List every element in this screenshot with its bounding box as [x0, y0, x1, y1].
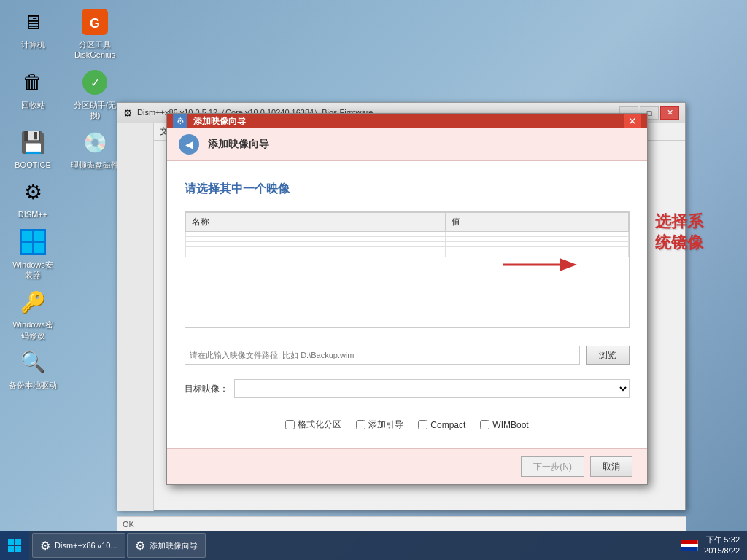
wimboot-label: WIMBoot — [492, 420, 528, 430]
main-sidebar — [117, 123, 154, 511]
taskbar-flag — [681, 540, 698, 551]
dialog-header: ◀ 添加映像向导 — [167, 128, 647, 161]
taskbar-dism-icon: ⚙ — [40, 539, 50, 553]
recycle-label: 回收站 — [21, 100, 45, 110]
dialog-title-icon: ⚙ — [173, 114, 187, 128]
wimboot-checkbox[interactable] — [480, 420, 489, 429]
checkbox-format[interactable]: 格式化分区 — [285, 419, 341, 431]
bootice-icon: 💾 — [18, 128, 47, 157]
close-button[interactable]: ✕ — [660, 106, 679, 120]
taskbar-item-dism[interactable]: ⚙ Dism++x86 v10... — [32, 533, 125, 558]
recycle-icon: 🗑 — [18, 68, 47, 97]
table-header-value: 值 — [445, 213, 628, 232]
dialog-close-button[interactable]: ✕ — [624, 114, 641, 128]
taskbar-wizard-icon: ⚙ — [135, 539, 145, 553]
bootice-label: BOOTICE — [15, 160, 51, 170]
dialog-header-title: 添加映像向导 — [208, 138, 269, 151]
disktools-icon: 💿 — [80, 128, 109, 157]
format-label: 格式化分区 — [298, 419, 341, 431]
taskbar-clock: 下午 5:32 2015/8/22 — [704, 534, 740, 557]
desktop-icon-diskgenius[interactable]: G 分区工具DiskGenius — [69, 7, 120, 61]
dism-label: DISM++ — [18, 209, 47, 219]
desktop-icons-container: 🖥 计算机 G 分区工具DiskGenius 🗑 回收站 — [7, 7, 120, 390]
winsetup-label: Windows安装器 — [12, 260, 53, 281]
format-checkbox[interactable] — [285, 420, 295, 429]
annotation-text: 选择系统镜像 — [655, 211, 703, 253]
diskgenius-label: 分区工具DiskGenius — [74, 39, 115, 61]
annotation-arrow — [496, 254, 584, 276]
section-title: 请选择其中一个映像 — [185, 176, 630, 200]
desktop-icon-bootice[interactable]: 💾 BOOTICE — [7, 128, 58, 170]
checkbox-bootmgr[interactable]: 添加引导 — [356, 419, 403, 431]
checkboxes-row: 格式化分区 添加引导 Compact WIMBoot — [185, 416, 630, 434]
svg-text:✓: ✓ — [90, 77, 100, 89]
disktools-label: 理顿磁盘磁件 — [71, 160, 119, 170]
back-button[interactable]: ◀ — [179, 134, 199, 155]
taskbar-time-text: 下午 5:32 — [704, 534, 740, 545]
target-select[interactable] — [234, 379, 630, 398]
bootmgr-checkbox[interactable] — [356, 420, 365, 429]
desktop-icon-backup[interactable]: 🔍 备份本地驱动 — [7, 348, 58, 390]
svg-rect-8 — [34, 243, 44, 253]
compact-label: Compact — [430, 420, 465, 430]
winsetup-icon — [18, 228, 47, 257]
checkbox-wimboot[interactable]: WIMBoot — [480, 420, 528, 430]
desktop-icon-computer[interactable]: 🖥 计算机 — [7, 7, 58, 61]
desktop-icon-disktools[interactable]: 💿 理顿磁盘磁件 — [69, 128, 120, 170]
dialog-content: 请选择其中一个映像 名称 值 — [167, 161, 647, 448]
svg-rect-14 — [15, 546, 21, 552]
table-row — [186, 242, 629, 247]
desktop-icon-dism[interactable]: ⚙ DISM++ — [7, 177, 58, 219]
svg-rect-13 — [8, 546, 14, 552]
image-table: 名称 值 — [185, 212, 629, 257]
dism-icon: ⚙ — [18, 177, 47, 206]
next-button[interactable]: 下一步(N) — [521, 456, 584, 477]
computer-icon: 🖥 — [18, 7, 47, 36]
cancel-button[interactable]: 取消 — [590, 456, 632, 477]
start-button[interactable] — [0, 531, 29, 560]
taskbar-items: ⚙ Dism++x86 v10... ⚙ 添加映像向导 — [29, 533, 673, 558]
computer-label: 计算机 — [21, 39, 45, 50]
browse-button[interactable]: 浏览 — [586, 346, 630, 365]
dialog-titlebar: ⚙ 添加映像向导 ✕ — [167, 114, 647, 128]
diskgenius-icon: G — [80, 7, 109, 36]
desktop-icon-recycle[interactable]: 🗑 回收站 — [7, 68, 58, 121]
taskbar-item-wizard[interactable]: ⚙ 添加映像向导 — [127, 533, 206, 558]
desktop: 🖥 计算机 G 分区工具DiskGenius 🗑 回收站 — [0, 0, 747, 560]
table-row — [186, 237, 629, 242]
svg-rect-12 — [15, 539, 21, 545]
checkbox-compact[interactable]: Compact — [418, 420, 465, 430]
winpass-label: Windows密码修改 — [12, 319, 53, 341]
svg-rect-5 — [22, 231, 32, 241]
bootmgr-label: 添加引导 — [368, 419, 403, 431]
target-row: 目标映像： — [185, 379, 630, 398]
dialog-footer: 下一步(N) 取消 — [167, 448, 647, 484]
filepath-input[interactable] — [185, 346, 580, 365]
desktop-icon-winpass[interactable]: 🔑 Windows密码修改 — [7, 287, 58, 341]
wizard-dialog: ⚙ 添加映像向导 ✕ ◀ 添加映像向导 请选择其中一个映像 名称 值 — [166, 113, 648, 485]
partassist-label: 分区助手(无损) — [69, 100, 120, 121]
table-row — [186, 247, 629, 252]
status-text: OK — [123, 520, 134, 529]
main-window-title-icon: ⚙ — [123, 107, 133, 119]
compact-checkbox[interactable] — [418, 420, 427, 429]
taskbar-dism-label: Dism++x86 v10... — [55, 541, 117, 550]
desktop-icon-partassist[interactable]: ✓ 分区助手(无损) — [69, 68, 120, 121]
backup-label: 备份本地驱动 — [9, 380, 57, 390]
filepath-row: 浏览 — [185, 346, 630, 365]
table-row — [186, 232, 629, 237]
winpass-icon: 🔑 — [18, 287, 47, 316]
partassist-icon: ✓ — [80, 68, 109, 97]
taskbar-right: 下午 5:32 2015/8/22 — [673, 534, 747, 557]
svg-rect-6 — [34, 231, 44, 241]
desktop-icon-winsetup[interactable]: Windows安装器 — [7, 228, 58, 281]
svg-text:G: G — [90, 16, 100, 31]
status-bar: OK — [117, 516, 686, 531]
target-label: 目标映像： — [185, 383, 228, 395]
dialog-title-text: 添加映像向导 — [193, 115, 624, 128]
backup-icon: 🔍 — [18, 348, 47, 377]
taskbar-date-text: 2015/8/22 — [704, 545, 740, 556]
taskbar: ⚙ Dism++x86 v10... ⚙ 添加映像向导 下午 5:32 2015… — [0, 531, 747, 560]
taskbar-wizard-label: 添加映像向导 — [150, 540, 198, 551]
svg-rect-11 — [8, 539, 14, 545]
